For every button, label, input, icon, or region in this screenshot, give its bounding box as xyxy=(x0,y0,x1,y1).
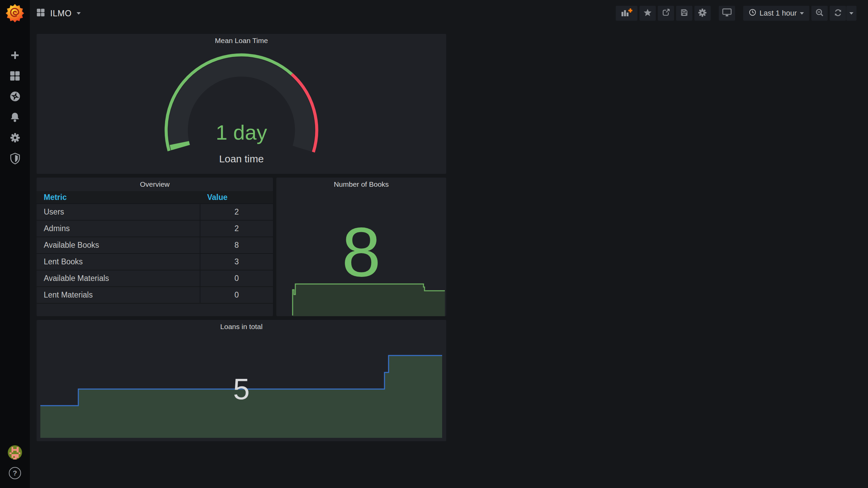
sidebar-item-dashboards[interactable] xyxy=(0,66,30,87)
panel-overview: Overview Metric Value Users2Admins2Avail… xyxy=(37,178,273,316)
value-cell: 3 xyxy=(200,254,273,270)
value-cell: 0 xyxy=(200,270,273,286)
sidebar-item-explore[interactable] xyxy=(0,87,30,107)
time-range-label: Last 1 hour xyxy=(760,9,797,18)
chevron-down-icon xyxy=(849,12,853,15)
plus-icon xyxy=(10,50,20,62)
metric-cell: Available Books xyxy=(37,241,200,250)
gauge-value: 1 day xyxy=(37,120,446,144)
panel-number-of-books: Number of Books 8 xyxy=(276,178,446,316)
grafana-logo-icon[interactable] xyxy=(5,3,25,23)
metric-cell: Available Materials xyxy=(37,274,200,283)
table-row: Admins2 xyxy=(37,221,273,237)
table-row: Lent Materials0 xyxy=(37,287,273,304)
dashboard-settings-button[interactable] xyxy=(694,6,711,21)
save-dashboard-button[interactable] xyxy=(676,6,692,21)
panel-mean-loan-time: Mean Loan Time 1 day Loan time xyxy=(37,34,446,174)
sidebar: ? xyxy=(0,0,30,488)
table-row: Available Books8 xyxy=(37,237,273,254)
panel-title[interactable]: Loans in total xyxy=(37,320,446,333)
chevron-down-icon xyxy=(77,12,81,15)
share-dashboard-button[interactable] xyxy=(658,6,674,21)
table-row: Available Materials0 xyxy=(37,270,273,287)
navbar: ILMO xyxy=(30,0,868,26)
panel-loans-in-total: Loans in total 5 xyxy=(37,320,446,441)
bell-icon xyxy=(9,112,20,124)
save-icon xyxy=(680,8,689,18)
time-range-picker[interactable]: Last 1 hour xyxy=(743,6,809,21)
refresh-interval-picker[interactable] xyxy=(846,6,856,21)
add-panel-button[interactable] xyxy=(616,6,637,21)
squares-icon xyxy=(36,8,45,18)
dashboard-grid: Mean Loan Time 1 day Loan time Overview … xyxy=(30,26,868,488)
value-cell: 2 xyxy=(200,221,273,237)
table-header: Metric Value xyxy=(37,191,273,204)
metric-cell: Lent Books xyxy=(37,257,200,266)
share-icon xyxy=(662,8,670,18)
user-avatar[interactable] xyxy=(8,445,22,460)
metric-cell: Lent Materials xyxy=(37,290,200,300)
gear-icon xyxy=(10,133,20,144)
help-glyph: ? xyxy=(13,469,17,477)
compass-icon xyxy=(9,91,21,103)
zoom-out-icon xyxy=(815,8,824,18)
value-cell: 0 xyxy=(200,287,273,303)
column-header-value[interactable]: Value xyxy=(200,191,273,203)
squares-icon xyxy=(9,70,20,83)
metric-cell: Admins xyxy=(37,224,200,233)
value-cell: 8 xyxy=(200,237,273,253)
chevron-down-icon xyxy=(800,12,804,15)
dashboard-title: ILMO xyxy=(50,8,72,18)
sidebar-item-configuration[interactable] xyxy=(0,128,30,149)
monitor-icon xyxy=(722,8,732,19)
table-row: Users2 xyxy=(37,204,273,221)
dashboard-title-button[interactable]: ILMO xyxy=(30,8,81,18)
refresh-button[interactable] xyxy=(830,6,846,21)
metric-cell: Users xyxy=(37,207,200,217)
refresh-icon xyxy=(833,8,843,19)
zoom-out-button[interactable] xyxy=(811,6,828,21)
cycle-view-mode-button[interactable] xyxy=(719,6,735,21)
sidebar-item-server-admin[interactable] xyxy=(0,149,30,169)
shield-icon xyxy=(9,152,21,166)
overview-table-body: Users2Admins2Available Books8Lent Books3… xyxy=(37,204,273,304)
value-cell: 2 xyxy=(200,204,273,220)
sidebar-menu xyxy=(0,45,30,169)
gear-icon xyxy=(698,8,707,19)
panel-title[interactable]: Overview xyxy=(37,178,273,191)
stat-value-books: 8 xyxy=(276,207,446,297)
add-panel-icon xyxy=(621,8,632,18)
column-header-metric[interactable]: Metric xyxy=(37,193,200,202)
table-row: Lent Books3 xyxy=(37,254,273,270)
clock-icon xyxy=(749,8,756,18)
gauge-label: Loan time xyxy=(37,153,446,165)
sidebar-item-create[interactable] xyxy=(0,45,30,66)
star-icon xyxy=(643,8,652,18)
stat-value-loans: 5 xyxy=(37,368,446,410)
mark-favorite-button[interactable] xyxy=(639,6,656,21)
sidebar-item-alerting[interactable] xyxy=(0,107,30,128)
help-icon[interactable]: ? xyxy=(9,467,21,479)
